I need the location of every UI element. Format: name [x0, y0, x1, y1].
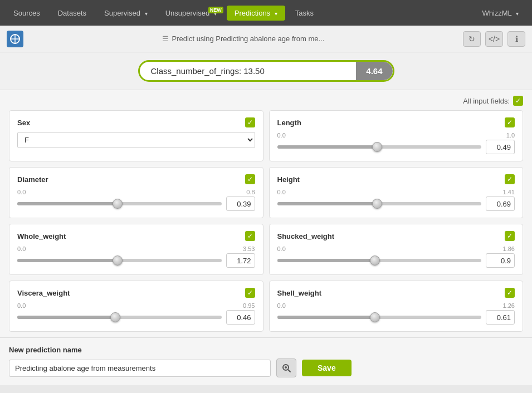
height-slider-track[interactable]	[277, 202, 482, 205]
whole-weight-slider-track[interactable]	[17, 259, 222, 262]
whole-weight-slider-fill	[17, 259, 118, 262]
viscera-weight-slider-fill	[17, 316, 115, 319]
shucked-weight-value-input[interactable]: 0.9	[486, 253, 515, 268]
height-slider-container: 0.0 1.41 0.69	[277, 189, 515, 211]
field-whole-weight-checkbox[interactable]: ✓	[245, 231, 255, 241]
nav-tasks[interactable]: Tasks	[287, 6, 321, 21]
save-button[interactable]: Save	[302, 360, 352, 376]
field-height: Height ✓ 0.0 1.41 0.69	[269, 167, 524, 218]
field-length-name: Length	[277, 119, 301, 127]
nav-sources[interactable]: Sources	[6, 6, 48, 21]
field-sex-name: Sex	[17, 119, 30, 127]
bottom-section: New prediction name Save	[0, 337, 532, 385]
field-length-checkbox[interactable]: ✓	[505, 117, 515, 127]
field-whole-weight: Whole_weight ✓ 0.0 3.53 1.72	[9, 224, 263, 275]
field-viscera-weight-header: Viscera_weight ✓	[17, 288, 255, 298]
shucked-weight-slider-track[interactable]	[277, 259, 482, 262]
new-prediction-input[interactable]	[9, 360, 271, 377]
shell-weight-slider-track[interactable]	[277, 316, 482, 319]
length-slider-row: 0.49	[277, 140, 515, 154]
height-slider-fill	[277, 202, 378, 205]
field-shell-weight-header: Shell_weight ✓	[277, 288, 515, 298]
new-prediction-row: Save	[9, 358, 523, 377]
field-length: Length ✓ 0.0 1.0 0.49	[269, 110, 524, 161]
length-slider-thumb[interactable]	[372, 142, 382, 152]
viscera-weight-value-input[interactable]: 0.46	[226, 310, 255, 325]
field-shucked-weight-checkbox[interactable]: ✓	[505, 231, 515, 241]
sub-header: ☰ Predict using Predicting abalone age f…	[0, 26, 532, 52]
field-shell-weight-name: Shell_weight	[277, 289, 321, 297]
diameter-slider-fill	[17, 202, 118, 205]
info-btn[interactable]: ℹ	[507, 31, 525, 47]
search-button[interactable]	[276, 358, 296, 377]
all-input-checkbox[interactable]: ✓	[513, 96, 523, 106]
field-viscera-weight: Viscera_weight ✓ 0.0 0.95 0.46	[9, 281, 263, 332]
nav-datasets[interactable]: Datasets	[50, 6, 94, 21]
diameter-slider-thumb[interactable]	[113, 199, 123, 209]
length-slider-container: 0.0 1.0 0.49	[277, 132, 515, 154]
diameter-slider-track[interactable]	[17, 202, 222, 205]
svg-point-5	[285, 366, 287, 369]
shucked-weight-slider-row: 0.9	[277, 253, 515, 268]
height-slider-range: 0.0 1.41	[277, 189, 515, 195]
sub-logo[interactable]	[7, 31, 23, 47]
viscera-weight-slider-container: 0.0 0.95 0.46	[17, 302, 255, 325]
prediction-result: Class_number_of_rings: 13.50 4.64	[138, 60, 394, 82]
field-diameter-checkbox[interactable]: ✓	[245, 174, 255, 184]
whole-weight-slider-range: 0.0 3.53	[17, 245, 255, 252]
whole-weight-slider-thumb[interactable]	[113, 256, 123, 266]
viscera-weight-slider-row: 0.46	[17, 310, 255, 325]
whizzml-arrow: ▾	[516, 11, 519, 17]
viscera-weight-slider-thumb[interactable]	[110, 312, 120, 322]
whole-weight-value-input[interactable]: 1.72	[226, 253, 255, 268]
field-height-name: Height	[277, 175, 300, 184]
field-viscera-weight-name: Viscera_weight	[17, 289, 70, 297]
shell-weight-slider-fill	[277, 316, 375, 319]
shell-weight-slider-range: 0.0 1.26	[277, 302, 515, 309]
shucked-weight-slider-range: 0.0 1.86	[277, 245, 515, 252]
nav-whizzml[interactable]: WhizzML ▾	[474, 6, 526, 21]
code-btn[interactable]: </>	[485, 31, 503, 47]
nav-unsupervised[interactable]: Unsupervised NEW ▾	[158, 6, 224, 21]
field-viscera-weight-checkbox[interactable]: ✓	[245, 288, 255, 298]
diameter-slider-range: 0.0 0.8	[17, 189, 255, 195]
height-slider-thumb[interactable]	[372, 199, 382, 209]
field-sex-checkbox[interactable]: ✓	[245, 117, 255, 127]
viscera-weight-slider-range: 0.0 0.95	[17, 302, 255, 309]
length-slider-fill	[277, 145, 378, 149]
diameter-value-input[interactable]: 0.39	[226, 196, 255, 211]
length-value-input[interactable]: 0.49	[486, 140, 515, 154]
field-height-checkbox[interactable]: ✓	[505, 174, 515, 184]
refresh-btn[interactable]: ↻	[463, 31, 481, 47]
prediction-value: 4.64	[356, 62, 392, 80]
supervised-arrow: ▾	[145, 11, 148, 17]
height-value-input[interactable]: 0.69	[486, 196, 515, 211]
logo-icon	[9, 33, 21, 45]
shell-weight-slider-thumb[interactable]	[370, 312, 380, 322]
nav-predictions[interactable]: Predictions ▾	[227, 6, 285, 21]
sex-select[interactable]: F M I	[17, 132, 255, 148]
field-shell-weight-checkbox[interactable]: ✓	[505, 288, 515, 298]
diameter-slider-container: 0.0 0.8 0.39	[17, 189, 255, 211]
sub-title: ☰ Predict using Predicting abalone age f…	[29, 35, 457, 43]
length-slider-track[interactable]	[277, 145, 482, 149]
shucked-weight-slider-container: 0.0 1.86 0.9	[277, 245, 515, 268]
field-whole-weight-name: Whole_weight	[17, 232, 66, 240]
field-whole-weight-header: Whole_weight ✓	[17, 231, 255, 241]
field-height-header: Height ✓	[277, 174, 515, 184]
shell-weight-slider-row: 0.61	[277, 310, 515, 325]
field-shucked-weight: Shucked_weight ✓ 0.0 1.86 0.9	[269, 224, 524, 275]
viscera-weight-slider-track[interactable]	[17, 316, 222, 319]
all-input-label: All input fields:	[463, 97, 510, 105]
shucked-weight-slider-thumb[interactable]	[370, 256, 380, 266]
nav-supervised[interactable]: Supervised ▾	[96, 6, 155, 21]
shell-weight-value-input[interactable]: 0.61	[486, 310, 515, 325]
sub-actions: ↻ </> ℹ	[463, 31, 525, 47]
fields-grid: Sex ✓ F M I Length ✓ 0.0 1.0	[9, 110, 523, 332]
length-slider-range: 0.0 1.0	[277, 132, 515, 139]
field-shucked-weight-header: Shucked_weight ✓	[277, 231, 515, 241]
field-shucked-weight-name: Shucked_weight	[277, 232, 335, 240]
field-sex-header: Sex ✓	[17, 117, 255, 127]
new-badge: NEW	[208, 7, 223, 13]
field-diameter-header: Diameter ✓	[17, 174, 255, 184]
